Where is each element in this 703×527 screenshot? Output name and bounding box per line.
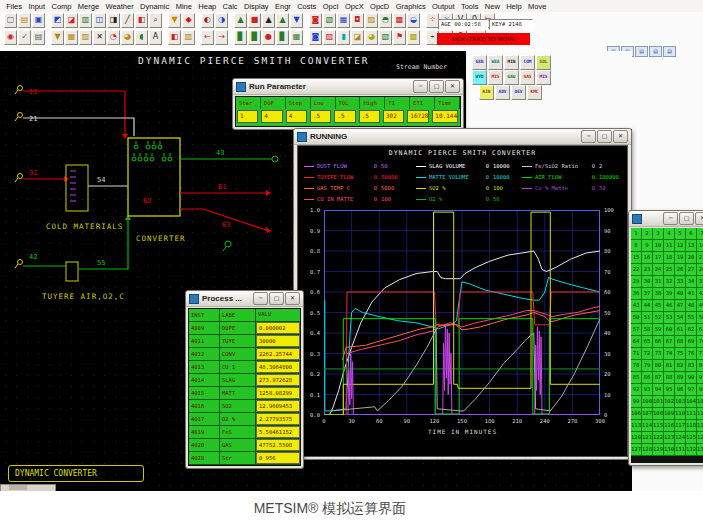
stream-number-cell[interactable]: 86	[642, 372, 653, 384]
menu-item-engr[interactable]: Engr	[272, 2, 294, 11]
toolbar-button[interactable]: ◉	[4, 30, 17, 45]
module-button-gen[interactable]: GEN	[472, 55, 487, 70]
run-parameter-value[interactable]: .5	[359, 110, 380, 123]
stream-number-cell[interactable]: 29	[631, 276, 642, 288]
toolbar-button[interactable]: ▨	[323, 30, 336, 45]
stream-number-cell[interactable]: 17	[653, 252, 664, 264]
toolbar-button[interactable]: A	[149, 30, 162, 45]
stream-number-cell[interactable]: 88	[664, 372, 675, 384]
stream-number-cell[interactable]: 128	[642, 444, 653, 456]
stream-number-cell[interactable]: 9	[642, 240, 653, 252]
stream-number-cell[interactable]: 4	[664, 228, 675, 240]
toolbar-button[interactable]: ▩	[393, 13, 406, 28]
stream-number-cell[interactable]: 103	[675, 396, 686, 408]
stream-number-cell[interactable]: 82	[675, 360, 686, 372]
stream-number-cell[interactable]: 94	[653, 384, 664, 396]
run-parameter-value[interactable]: 4	[286, 110, 307, 123]
toolbar-button[interactable]: ▨	[365, 13, 378, 28]
stream-number-cell[interactable]: 116	[664, 420, 675, 432]
menu-item-opci[interactable]: OpcI	[320, 2, 342, 11]
stream-number-cell[interactable]: 51	[642, 312, 653, 324]
module-button-mis[interactable]: MIS	[536, 70, 551, 85]
toolbar-button[interactable]: ▥	[79, 13, 92, 28]
maximize-button[interactable]: ▢	[269, 292, 284, 305]
stream-number-cell[interactable]: 67	[664, 336, 675, 348]
menu-item-comp[interactable]: Comp	[48, 2, 74, 11]
close-button[interactable]: ✕	[613, 130, 628, 143]
stream-number-cell[interactable]: 26	[675, 264, 686, 276]
toolbar-button[interactable]: ◑	[215, 13, 228, 28]
toolbar-button[interactable]: ◪	[65, 13, 78, 28]
run-parameter-value[interactable]: .5	[310, 110, 331, 123]
toolbar-button[interactable]: ◕	[365, 30, 378, 45]
toolbar-button[interactable]: ◖	[135, 30, 148, 45]
toolbar-button[interactable]: ▼	[168, 13, 181, 28]
stream-number-cell[interactable]: 104	[686, 396, 697, 408]
toolbar-button[interactable]: ▧	[323, 13, 336, 28]
tuyere-unit[interactable]	[66, 262, 78, 281]
module-button-mis[interactable]: MIS	[488, 70, 503, 85]
stream-number-cell[interactable]: 13	[686, 240, 697, 252]
stream-number-cell[interactable]: 43	[631, 300, 642, 312]
toolbar-button[interactable]: ◧	[168, 30, 181, 45]
stream-number-cell[interactable]: 50	[631, 312, 642, 324]
menu-item-graphics[interactable]: Graphics	[392, 2, 428, 11]
stream-number-cell[interactable]: 113	[631, 420, 642, 432]
stream-number-cell[interactable]: 47	[675, 300, 686, 312]
maximize-button[interactable]: ▢	[597, 130, 612, 143]
minimized-window-icon[interactable]: ▤	[663, 46, 676, 57]
toolbar-button[interactable]: ▩	[407, 30, 420, 45]
stream-number-cell[interactable]: 56	[697, 312, 703, 324]
stream-number-cell[interactable]: 120	[631, 432, 642, 444]
stream-number-cell[interactable]: 96	[675, 384, 686, 396]
minimize-button[interactable]: ─	[253, 292, 268, 305]
stream-number-cell[interactable]: 55	[686, 312, 697, 324]
stream-number-cell[interactable]: 77	[697, 348, 703, 360]
stream-number-cell[interactable]: 131	[675, 444, 686, 456]
stream-number-cell[interactable]: 41	[686, 288, 697, 300]
menu-item-dynamic[interactable]: Dynamic	[137, 2, 173, 11]
stream-number-cell[interactable]: 28	[697, 264, 703, 276]
stream-number-cell[interactable]: 74	[664, 348, 675, 360]
stream-number-cell[interactable]: 18	[664, 252, 675, 264]
menu-item-output[interactable]: Output	[429, 2, 458, 11]
toolbar-button[interactable]: ▮	[337, 30, 350, 45]
maximize-button[interactable]: ▢	[429, 80, 444, 93]
stream-node-icon[interactable]	[18, 260, 23, 265]
stream-number-cell[interactable]: 102	[664, 396, 675, 408]
toolbar-button[interactable]: ■	[248, 13, 261, 28]
toolbar-button[interactable]: →	[215, 30, 228, 45]
stream-number-cell[interactable]: 70	[697, 336, 703, 348]
stream-number-cell[interactable]: 133	[697, 444, 703, 456]
stream-number-cell[interactable]: 14	[697, 240, 703, 252]
toolbar-button[interactable]: ◒	[407, 13, 420, 28]
value-cell[interactable]: 2.27793575	[256, 413, 300, 425]
stream-number-cell[interactable]: 97	[686, 384, 697, 396]
menu-item-new[interactable]: New	[482, 2, 503, 11]
stream-number-cell[interactable]: 12	[675, 240, 686, 252]
stream-number-cell[interactable]: 84	[697, 360, 703, 372]
stream-number-cell[interactable]: 6	[686, 228, 697, 240]
stream-number-cell[interactable]: 65	[642, 336, 653, 348]
stream-number-cell[interactable]: 25	[664, 264, 675, 276]
toolbar-button[interactable]: ▲	[234, 13, 247, 28]
stream-number-cell[interactable]: 38	[653, 288, 664, 300]
toolbar-button[interactable]: ←	[201, 30, 214, 45]
module-button-kmc[interactable]: KMC	[527, 85, 542, 100]
stream-number-cell[interactable]: 53	[664, 312, 675, 324]
module-button-dev[interactable]: DEV	[511, 85, 526, 100]
stream-number-cell[interactable]: 129	[653, 444, 664, 456]
stream-number-cell[interactable]: 69	[686, 336, 697, 348]
stream-number-cell[interactable]: 87	[653, 372, 664, 384]
stream-number-cell[interactable]: 46	[664, 300, 675, 312]
toolbar-button[interactable]: ╱	[121, 13, 134, 28]
module-button-hyd[interactable]: HYD	[472, 70, 487, 85]
minimized-window-icon[interactable]: ▤	[649, 46, 662, 57]
stream-number-cell[interactable]: 99	[631, 396, 642, 408]
value-cell[interactable]: 12.9609453	[256, 400, 300, 412]
menu-item-display[interactable]: Display	[241, 2, 272, 11]
stream-number-cell[interactable]: 30	[642, 276, 653, 288]
menu-item-merge[interactable]: Merge	[75, 2, 103, 11]
stream-number-cell[interactable]: 22	[631, 264, 642, 276]
run-parameter-value[interactable]: 10.144	[432, 110, 458, 123]
